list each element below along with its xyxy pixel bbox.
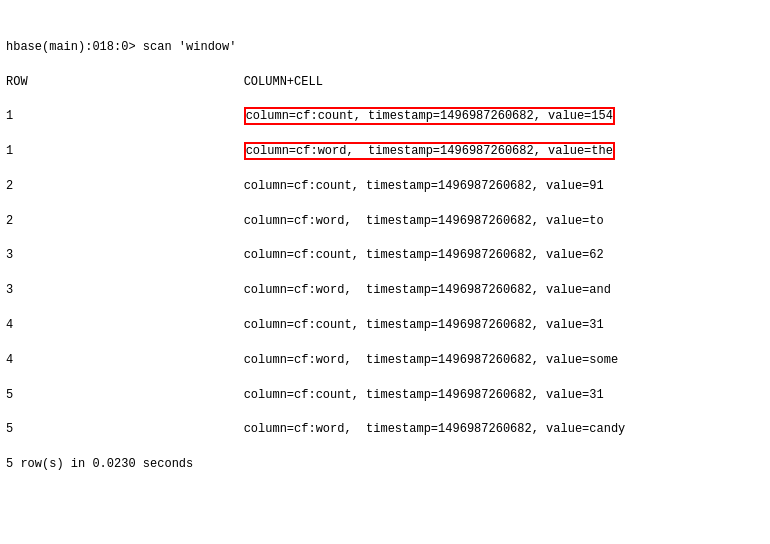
row1-1: 1 (6, 109, 244, 123)
row4-1: 4 column=cf:count, timestamp=14969872606… (6, 318, 604, 332)
highlight-1-2: column=cf:word, timestamp=1496987260682,… (244, 142, 615, 160)
block1: hbase(main):018:0> scan 'window' ROW COL… (6, 21, 764, 473)
row5-2: 5 column=cf:word, timestamp=149698726068… (6, 422, 625, 436)
cmd1: hbase(main):018:0> scan 'window' (6, 40, 236, 54)
terminal: hbase(main):018:0> scan 'window' ROW COL… (6, 4, 764, 544)
summary1: 5 row(s) in 0.0230 seconds (6, 457, 193, 471)
row3-2: 3 column=cf:word, timestamp=149698726068… (6, 283, 611, 297)
row3-1: 3 column=cf:count, timestamp=14969872606… (6, 248, 604, 262)
header1: ROW COLUMN+CELL (6, 75, 323, 89)
highlight-1-1: column=cf:count, timestamp=1496987260682… (244, 107, 615, 125)
row4-2: 4 column=cf:word, timestamp=149698726068… (6, 353, 618, 367)
row1-2: 1 (6, 144, 244, 158)
row2-2: 2 column=cf:word, timestamp=149698726068… (6, 214, 604, 228)
row5-1: 5 column=cf:count, timestamp=14969872606… (6, 388, 604, 402)
row2-1: 2 column=cf:count, timestamp=14969872606… (6, 179, 604, 193)
